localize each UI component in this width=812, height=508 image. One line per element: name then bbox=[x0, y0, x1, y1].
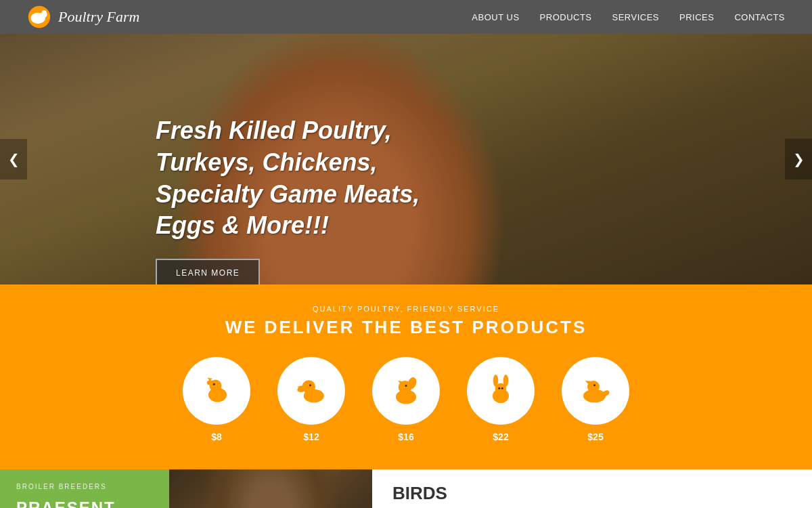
svg-point-7 bbox=[207, 380, 215, 385]
main-nav: ABOUT US PRODUCTS SERVICES PRICES CONTAC… bbox=[472, 12, 785, 22]
bottom-section: BROILER BREEDERS PRAESENT VESTIBULUM BIR… bbox=[0, 469, 812, 508]
header: Poultry Farm ABOUT US PRODUCTS SERVICES … bbox=[0, 0, 812, 34]
product-item-1[interactable]: $8 bbox=[183, 357, 250, 442]
product-item-3[interactable]: $16 bbox=[372, 357, 440, 442]
birds-title: BIRDS FOR SALE bbox=[392, 483, 792, 508]
product-item-5[interactable]: $25 bbox=[562, 357, 629, 442]
product-icon-1 bbox=[183, 357, 250, 425]
nav-products[interactable]: PRODUCTS bbox=[540, 12, 592, 22]
svg-point-28 bbox=[501, 387, 503, 389]
svg-point-27 bbox=[498, 387, 500, 389]
logo-text: Poultry Farm bbox=[58, 8, 139, 26]
product-item-4[interactable]: $22 bbox=[467, 357, 535, 442]
logo[interactable]: Poultry Farm bbox=[27, 5, 139, 29]
duck-icon bbox=[291, 371, 332, 411]
broiler-breeders-card: BROILER BREEDERS PRAESENT VESTIBULUM bbox=[0, 469, 169, 508]
turkey-icon bbox=[386, 371, 426, 411]
video-panel[interactable] bbox=[169, 469, 372, 508]
nav-prices[interactable]: PRICES bbox=[679, 12, 714, 22]
product-icon-3 bbox=[372, 357, 440, 425]
product-price-2: $12 bbox=[303, 431, 319, 442]
product-item-2[interactable]: $12 bbox=[277, 357, 345, 442]
pheasant-icon bbox=[575, 371, 616, 411]
broiler-label: BROILER BREEDERS bbox=[16, 483, 153, 490]
product-icon-4 bbox=[467, 357, 535, 425]
products-band: QUALITY POULTRY, FRIENDLY SERVICE WE DEL… bbox=[0, 284, 812, 469]
svg-point-15 bbox=[309, 384, 311, 386]
product-icon-2 bbox=[277, 357, 345, 425]
rabbit-icon bbox=[480, 371, 521, 411]
video-chicken-image bbox=[169, 469, 372, 508]
hero-content: Fresh Killed Poultry, Turkeys, Chickens,… bbox=[156, 115, 453, 284]
product-price-1: $8 bbox=[211, 431, 222, 442]
products-icons-row: $8 $12 bbox=[14, 357, 798, 442]
nav-contacts[interactable]: CONTACTS bbox=[734, 12, 785, 22]
product-icon-5 bbox=[562, 357, 629, 425]
birds-for-sale-panel: BIRDS FOR SALE Praesent vestibulumolesti… bbox=[372, 469, 812, 508]
product-price-3: $16 bbox=[398, 431, 413, 442]
learn-more-button[interactable]: LEARN MORE bbox=[156, 259, 260, 284]
hero-prev-arrow[interactable]: ❮ bbox=[0, 139, 27, 179]
hero-title: Fresh Killed Poultry, Turkeys, Chickens,… bbox=[156, 115, 453, 242]
chicken-icon bbox=[196, 371, 237, 411]
svg-point-26 bbox=[503, 375, 509, 387]
hero-section: Fresh Killed Poultry, Turkeys, Chickens,… bbox=[0, 34, 812, 284]
svg-point-34 bbox=[593, 384, 595, 386]
product-price-5: $25 bbox=[587, 431, 603, 442]
product-price-4: $22 bbox=[493, 431, 508, 442]
svg-point-9 bbox=[213, 383, 215, 385]
hero-next-arrow[interactable]: ❯ bbox=[785, 139, 812, 179]
broiler-title: PRAESENT VESTIBULUM bbox=[16, 499, 153, 508]
nav-about[interactable]: ABOUT US bbox=[472, 12, 519, 22]
nav-services[interactable]: SERVICES bbox=[612, 12, 660, 22]
svg-point-21 bbox=[405, 385, 407, 387]
svg-point-3 bbox=[42, 10, 47, 16]
svg-point-25 bbox=[493, 375, 499, 387]
products-title: WE DELIVER THE BEST PRODUCTS bbox=[14, 317, 798, 338]
logo-icon bbox=[27, 5, 51, 29]
products-subtitle: QUALITY POULTRY, FRIENDLY SERVICE bbox=[14, 305, 798, 313]
